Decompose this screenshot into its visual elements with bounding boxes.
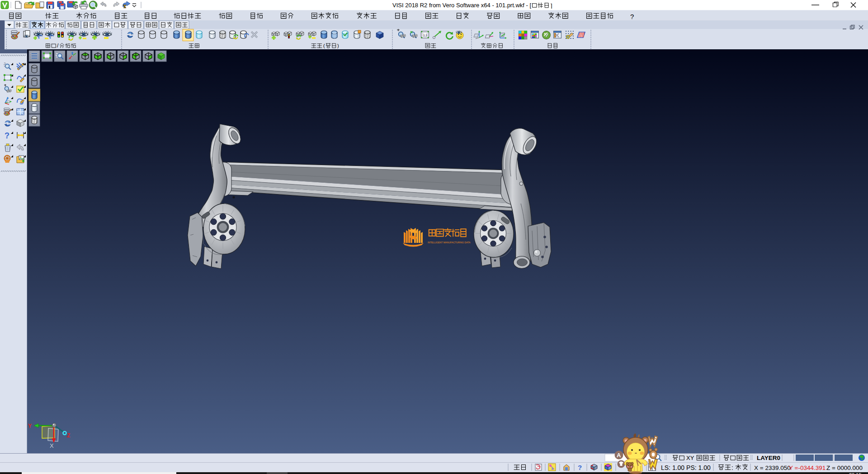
svg-text:X = 2339.050: X = 2339.050	[754, 465, 791, 471]
svg-text:Y: Y	[28, 423, 32, 429]
svg-text:LAYER0: LAYER0	[757, 455, 780, 461]
svg-text:]: ]	[551, 2, 552, 9]
svg-text:Y =-0344.391: Y =-0344.391	[789, 465, 826, 471]
svg-text:A: A	[617, 452, 621, 459]
svg-text:Z = 0000.000: Z = 0000.000	[826, 465, 863, 471]
svg-text:1:1: 1:1	[423, 33, 427, 37]
svg-text:(: (	[323, 43, 325, 48]
svg-text:): )	[337, 43, 339, 48]
svg-text:Z: Z	[67, 432, 70, 439]
svg-text:X: X	[50, 442, 54, 449]
svg-text:INTELLIGENT MANUFACTURING DATA: INTELLIGENT MANUFACTURING DATA	[428, 241, 471, 244]
svg-text:XY: XY	[686, 455, 694, 461]
svg-text:?: ?	[5, 131, 9, 140]
svg-text:?: ?	[630, 13, 634, 20]
svg-text:/: /	[57, 43, 59, 49]
svg-text::: :	[731, 464, 733, 471]
svg-text:?: ?	[578, 464, 582, 471]
svg-text:LS: 1.00 PS: 1.00: LS: 1.00 PS: 1.00	[661, 464, 711, 471]
